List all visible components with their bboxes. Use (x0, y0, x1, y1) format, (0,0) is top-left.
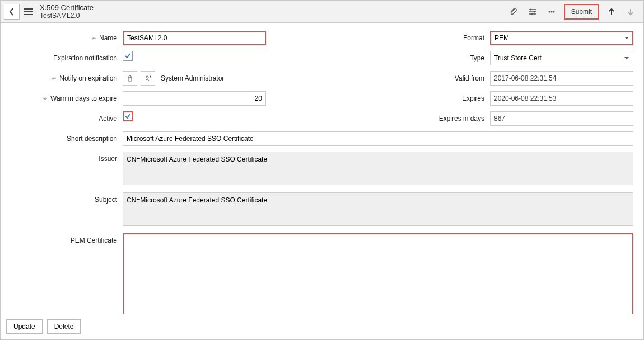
subject-field: CN=Microsoft Azure Federated SSO Certifi… (123, 192, 633, 226)
submit-button[interactable]: Submit (564, 4, 599, 19)
svg-point-7 (146, 76, 148, 78)
delete-button[interactable]: Delete (47, 319, 81, 334)
name-input[interactable] (123, 31, 266, 45)
svg-point-2 (531, 13, 533, 15)
expires-field (490, 91, 633, 106)
page-header: X.509 Certificate TestSAML2.0 Submit (1, 1, 643, 23)
type-select[interactable]: Trust Store Cert (490, 51, 633, 65)
expires-in-days-field (490, 111, 633, 126)
svg-point-3 (548, 11, 550, 12)
issuer-field: CN=Microsoft Azure Federated SSO Certifi… (123, 152, 633, 185)
label-notify-on-expiration: Notify on expiration (11, 71, 117, 86)
valid-from-field (490, 71, 633, 86)
format-select[interactable]: PEM (490, 31, 633, 45)
label-valid-from: Valid from (272, 71, 484, 86)
back-button[interactable] (4, 4, 20, 20)
svg-point-5 (553, 11, 554, 12)
label-expires-in-days: Expires in days (272, 111, 484, 126)
label-short-description: Short description (11, 131, 117, 146)
footer-actions: Update Delete (1, 314, 643, 339)
pem-certificate-input[interactable] (123, 233, 633, 314)
nav-up-icon[interactable] (604, 4, 619, 20)
label-issuer: Issuer (11, 152, 117, 187)
label-expires: Expires (272, 91, 484, 106)
label-type: Type (272, 51, 484, 65)
label-pem-certificate: PEM Certificate (11, 233, 117, 314)
svg-point-1 (533, 11, 535, 12)
user-add-button[interactable] (141, 71, 155, 86)
active-checkbox[interactable] (123, 111, 133, 121)
attachment-icon[interactable] (506, 4, 521, 20)
lock-button[interactable] (123, 71, 137, 86)
form-content: Name Format PEM Expiration notification … (1, 23, 643, 314)
svg-rect-6 (128, 78, 132, 81)
more-icon[interactable] (544, 4, 559, 20)
label-expiration-notification: Expiration notification (11, 51, 117, 65)
notify-on-expiration-text: System Administrator (158, 74, 224, 82)
expiration-notification-checkbox[interactable] (123, 51, 133, 61)
label-format: Format (272, 31, 484, 45)
label-name: Name (11, 31, 117, 45)
menu-icon[interactable] (23, 4, 34, 20)
settings-sliders-icon[interactable] (525, 4, 540, 20)
label-active: Active (11, 111, 117, 126)
label-subject: Subject (11, 192, 117, 228)
short-description-input[interactable] (123, 131, 633, 146)
page-title: X.509 Certificate TestSAML2.0 (40, 3, 94, 20)
update-button[interactable]: Update (6, 319, 43, 334)
nav-down-icon[interactable] (623, 4, 638, 20)
svg-point-0 (530, 8, 531, 10)
svg-point-4 (550, 11, 552, 12)
warn-in-days-input[interactable] (123, 91, 266, 106)
label-warn-in-days: Warn in days to expire (11, 91, 117, 106)
